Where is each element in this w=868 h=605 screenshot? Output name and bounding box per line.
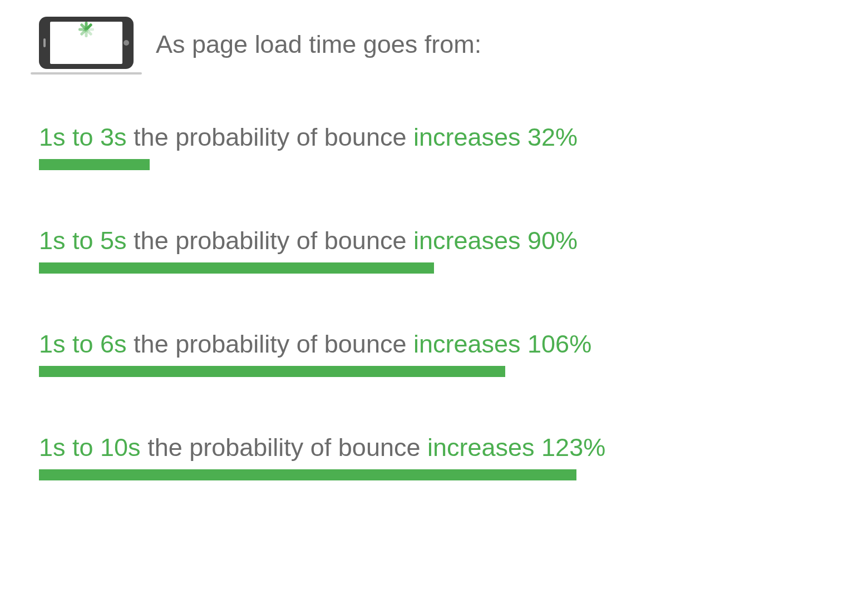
chart-title: As page load time goes from: (156, 30, 481, 59)
bar-track (39, 159, 829, 170)
row-label: 1s to 5s the probability of bounce incre… (39, 226, 829, 256)
range-label: 1s to 6s (39, 330, 127, 358)
chart-row: 1s to 6s the probability of bounce incre… (39, 329, 829, 377)
chart-row: 1s to 5s the probability of bounce incre… (39, 226, 829, 274)
chart-row: 1s to 10s the probability of bounce incr… (39, 433, 829, 480)
increase-label: increases 90% (413, 226, 578, 255)
increase-label: increases 32% (413, 123, 578, 151)
row-label: 1s to 6s the probability of bounce incre… (39, 329, 829, 359)
middle-label: the probability of bounce (127, 226, 413, 255)
range-label: 1s to 5s (39, 226, 127, 255)
middle-label: the probability of bounce (141, 433, 427, 462)
bar-fill (39, 366, 505, 377)
chart-rows: 1s to 3s the probability of bounce incre… (39, 122, 829, 480)
range-label: 1s to 10s (39, 433, 141, 462)
bar-track (39, 366, 829, 377)
range-label: 1s to 3s (39, 123, 127, 151)
increase-label: increases 106% (413, 330, 591, 358)
middle-label: the probability of bounce (127, 123, 413, 151)
spinner-icon (73, 29, 100, 56)
bar-track (39, 469, 829, 480)
middle-label: the probability of bounce (127, 330, 413, 358)
increase-label: increases 123% (427, 433, 605, 462)
bar-fill (39, 469, 576, 480)
bar-fill (39, 262, 434, 274)
row-label: 1s to 10s the probability of bounce incr… (39, 433, 829, 463)
row-label: 1s to 3s the probability of bounce incre… (39, 122, 829, 152)
chart-row: 1s to 3s the probability of bounce incre… (39, 122, 829, 170)
phone-loading-icon (39, 17, 134, 72)
bar-track (39, 262, 829, 274)
header: As page load time goes from: (39, 17, 829, 72)
bar-fill (39, 159, 150, 170)
